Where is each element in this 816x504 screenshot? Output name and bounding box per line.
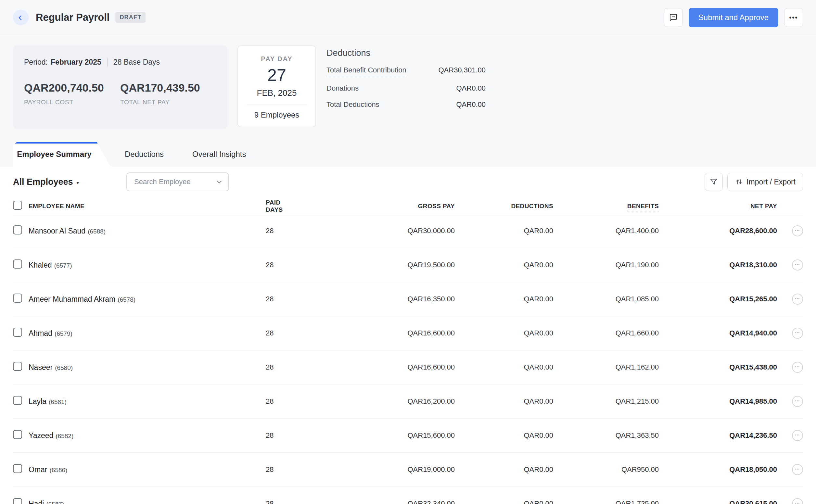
paid-days-cell: 28 xyxy=(266,295,298,303)
total-net-pay-value: QAR170,439.50 xyxy=(120,82,216,94)
employee-name-cell[interactable]: Omar(6586) xyxy=(29,465,266,474)
row-checkbox[interactable] xyxy=(13,362,22,371)
header-actions: Submit and Approve ••• xyxy=(664,8,803,27)
deductions-cell: QAR0.00 xyxy=(455,465,553,474)
employee-name: Ahmad xyxy=(29,329,52,337)
employee-name: Naseer xyxy=(29,363,53,372)
col-employee-name: EMPLOYEE NAME xyxy=(29,203,266,210)
gross-pay-cell: QAR15,600.00 xyxy=(298,431,455,440)
employee-id: (6587) xyxy=(46,501,64,504)
deductions-cell: QAR0.00 xyxy=(455,261,553,269)
search-input[interactable] xyxy=(134,177,215,186)
tab-overall-insights[interactable]: Overall Insights xyxy=(178,142,260,167)
row-menu-cell: ••• xyxy=(777,294,803,305)
row-checkbox[interactable] xyxy=(13,396,22,405)
ellipsis-icon: ••• xyxy=(795,297,800,301)
tab-deductions[interactable]: Deductions xyxy=(110,142,178,167)
row-checkbox[interactable] xyxy=(13,259,22,269)
row-menu-button[interactable]: ••• xyxy=(792,498,803,504)
total-deductions-label: Total Deductions xyxy=(326,100,379,109)
benefits-cell: QAR1,363.50 xyxy=(553,431,659,440)
ellipsis-icon: ••• xyxy=(795,468,800,472)
total-benefit-contribution-value: QAR30,301.00 xyxy=(438,66,486,74)
col-net-pay: NET PAY xyxy=(659,203,777,210)
row-menu-button[interactable]: ••• xyxy=(792,396,803,407)
ellipsis-icon: ••• xyxy=(795,229,800,233)
filter-button[interactable] xyxy=(705,173,723,191)
payroll-summary-card: Period: February 2025 28 Base Days QAR20… xyxy=(13,45,227,129)
employee-name: Layla xyxy=(29,397,46,406)
employee-name-cell[interactable]: Yazeed(6582) xyxy=(29,431,266,440)
pay-day-date: 27 xyxy=(238,65,315,85)
row-checkbox[interactable] xyxy=(13,294,22,303)
net-pay-cell: QAR15,438.00 xyxy=(659,363,777,372)
deductions-title: Deductions xyxy=(326,48,486,58)
deduction-row: Total Deductions QAR0.00 xyxy=(326,100,486,109)
row-menu-button[interactable]: ••• xyxy=(792,225,803,236)
row-checkbox-cell xyxy=(13,225,29,236)
row-checkbox-cell xyxy=(13,396,29,407)
gross-pay-cell: QAR32,340.00 xyxy=(298,499,455,504)
pay-day-divider xyxy=(247,105,307,105)
comment-button[interactable] xyxy=(664,8,683,27)
row-menu-button[interactable]: ••• xyxy=(792,328,803,339)
ellipsis-icon: ••• xyxy=(795,434,800,438)
row-checkbox[interactable] xyxy=(13,328,22,337)
row-menu-button[interactable]: ••• xyxy=(792,430,803,441)
period-label: Period: xyxy=(24,58,48,67)
net-pay-cell: QAR30,615.00 xyxy=(659,499,777,504)
benefits-cell: QAR950.00 xyxy=(553,465,659,474)
select-all-cell xyxy=(13,201,29,211)
ellipsis-icon: ••• xyxy=(795,399,800,404)
table-row: Omar(6586) 28 QAR19,000.00 QAR0.00 QAR95… xyxy=(13,453,803,487)
employee-name: Omar xyxy=(29,465,47,474)
col-gross-pay: GROSS PAY xyxy=(298,203,455,210)
row-checkbox[interactable] xyxy=(13,430,22,439)
toolbar-right-actions: Import / Export xyxy=(705,173,803,191)
col-paid-days: PAID DAYS xyxy=(266,199,298,213)
employee-summary-content: All Employees ▾ xyxy=(0,167,816,504)
employee-name-cell[interactable]: Khaled(6577) xyxy=(29,261,266,270)
select-all-checkbox[interactable] xyxy=(13,201,22,210)
row-menu-button[interactable]: ••• xyxy=(792,362,803,373)
employee-name-cell[interactable]: Mansoor Al Saud(6588) xyxy=(29,227,266,235)
back-button[interactable]: ‹ xyxy=(13,10,29,25)
employee-filter-dropdown[interactable]: All Employees ▾ xyxy=(13,177,79,187)
import-export-button[interactable]: Import / Export xyxy=(727,173,803,191)
row-checkbox-cell xyxy=(13,328,29,339)
ellipsis-icon: ••• xyxy=(789,14,798,21)
employee-name-cell[interactable]: Layla(6581) xyxy=(29,397,266,406)
col-deductions: DEDUCTIONS xyxy=(455,203,553,210)
payroll-cost-block: QAR200,740.50 PAYROLL COST xyxy=(24,82,120,106)
row-checkbox[interactable] xyxy=(13,225,22,234)
row-menu-button[interactable]: ••• xyxy=(792,464,803,475)
net-pay-cell: QAR18,310.00 xyxy=(659,261,777,269)
tab-bar: Employee Summary Deductions Overall Insi… xyxy=(0,142,816,167)
benefits-cell: QAR1,660.00 xyxy=(553,329,659,337)
employee-name-cell[interactable]: Ameer Muhammad Akram(6578) xyxy=(29,295,266,304)
employee-name-cell[interactable]: Naseer(6580) xyxy=(29,363,266,372)
row-checkbox[interactable] xyxy=(13,498,22,504)
paid-days-cell: 28 xyxy=(266,397,298,406)
employee-id: (6586) xyxy=(50,467,68,473)
page-title: Regular Payroll xyxy=(36,12,109,23)
more-options-button[interactable]: ••• xyxy=(784,8,803,27)
employee-name-cell[interactable]: Hadi(6587) xyxy=(29,499,266,504)
row-checkbox[interactable] xyxy=(13,464,22,473)
pay-day-month-year: FEB, 2025 xyxy=(238,88,315,98)
employee-filter-label: All Employees xyxy=(13,177,73,187)
funnel-icon xyxy=(709,178,718,186)
col-benefits: BENEFITS xyxy=(553,203,659,210)
row-menu-cell: ••• xyxy=(777,362,803,373)
benefits-cell: QAR1,085.00 xyxy=(553,295,659,303)
submit-approve-button[interactable]: Submit and Approve xyxy=(689,8,778,27)
row-menu-cell: ••• xyxy=(777,259,803,271)
employee-name-cell[interactable]: Ahmad(6579) xyxy=(29,329,266,338)
deductions-cell: QAR0.00 xyxy=(455,431,553,440)
tab-employee-summary[interactable]: Employee Summary xyxy=(13,142,110,167)
row-menu-button[interactable]: ••• xyxy=(792,294,803,305)
row-checkbox-cell xyxy=(13,498,29,504)
employee-search-combobox[interactable] xyxy=(126,172,229,191)
row-menu-button[interactable]: ••• xyxy=(792,259,803,271)
row-checkbox-cell xyxy=(13,430,29,441)
